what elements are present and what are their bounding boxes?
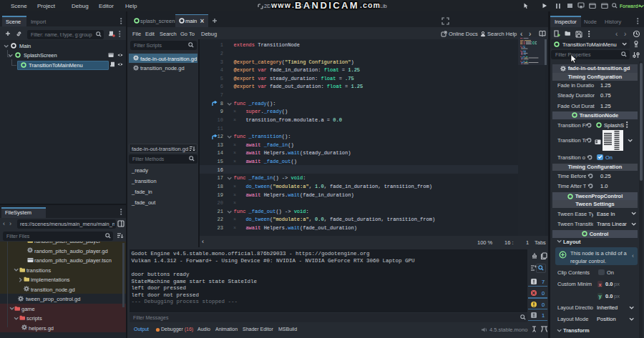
svg-text:?: ? xyxy=(482,33,484,36)
